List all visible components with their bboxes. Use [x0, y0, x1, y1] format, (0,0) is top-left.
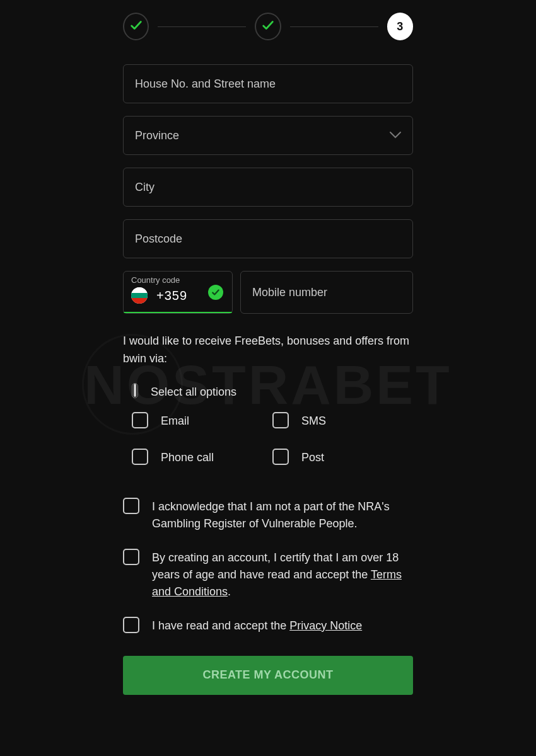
- step-connector: [290, 26, 378, 27]
- nra-consent[interactable]: I acknowledge that I am not a part of th…: [123, 498, 413, 532]
- checkbox-icon: [132, 412, 148, 428]
- check-icon: [129, 18, 143, 35]
- privacy-link[interactable]: Privacy Notice: [289, 619, 362, 632]
- checkbox-icon: [272, 449, 289, 465]
- post-label: Post: [301, 449, 324, 466]
- post-option[interactable]: Post: [272, 449, 413, 466]
- privacy-consent-label: I have read and accept the Privacy Notic…: [152, 617, 362, 634]
- phone-label: Phone call: [161, 449, 214, 466]
- step-3-active: 3: [387, 13, 413, 40]
- valid-check-icon: [208, 285, 223, 300]
- nra-consent-label: I acknowledge that I am not a part of th…: [152, 498, 413, 532]
- phone-option[interactable]: Phone call: [132, 449, 272, 466]
- create-account-button[interactable]: CREATE MY ACCOUNT: [123, 656, 413, 695]
- flag-icon: [131, 287, 148, 304]
- step-3-label: 3: [397, 20, 403, 33]
- email-label: Email: [161, 412, 189, 430]
- mobile-number-input[interactable]: [240, 271, 413, 314]
- sms-label: SMS: [301, 412, 326, 430]
- privacy-consent[interactable]: I have read and accept the Privacy Notic…: [123, 617, 413, 634]
- checkbox-icon: [272, 412, 289, 428]
- checkbox-icon: [123, 617, 139, 633]
- city-input[interactable]: [123, 168, 413, 207]
- progress-stepper: 3: [123, 13, 413, 40]
- terms-consent[interactable]: By creating an account, I certify that I…: [123, 549, 413, 600]
- check-icon: [261, 18, 275, 35]
- country-code-select[interactable]: Country code +359: [123, 271, 233, 314]
- step-2-done: [255, 13, 281, 40]
- checkbox-icon: [123, 498, 139, 514]
- step-1-done: [123, 13, 149, 40]
- terms-consent-label: By creating an account, I certify that I…: [152, 549, 413, 600]
- checkbox-icon: [123, 549, 139, 565]
- email-option[interactable]: Email: [132, 412, 272, 430]
- checkbox-icon: [132, 449, 148, 465]
- select-all-row[interactable]: Select all options: [132, 383, 413, 401]
- country-code-value: +359: [156, 289, 187, 303]
- checkbox-icon: [134, 384, 136, 397]
- step-connector: [158, 26, 246, 27]
- sms-option[interactable]: SMS: [272, 412, 413, 430]
- registration-form: 3 Country code +359: [123, 0, 413, 695]
- marketing-intro: I would like to receive FreeBets, bonuse…: [123, 333, 413, 368]
- province-select[interactable]: [123, 116, 413, 155]
- select-all-label: Select all options: [151, 383, 236, 401]
- street-input[interactable]: [123, 64, 413, 103]
- postcode-input[interactable]: [123, 219, 413, 258]
- country-code-label: Country code: [131, 275, 224, 285]
